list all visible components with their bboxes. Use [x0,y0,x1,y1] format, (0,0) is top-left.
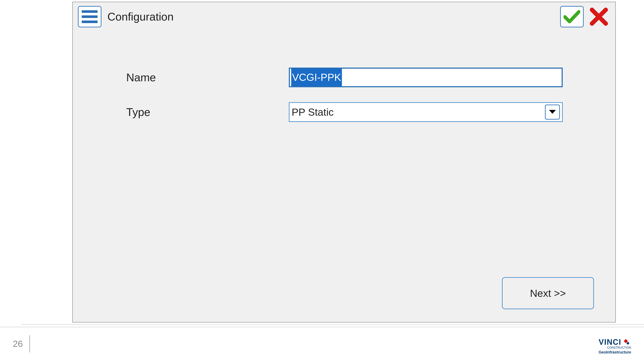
confirm-button[interactable] [560,6,584,27]
next-button-label: Next >> [530,288,566,299]
hamburger-icon [82,20,98,23]
hamburger-icon [82,10,98,13]
dialog-header: Configuration [73,2,615,31]
type-value: PP Static [292,106,334,118]
footer-divider [22,324,644,325]
svg-rect-1 [626,342,630,345]
close-icon [590,8,608,26]
logo-division: GeoInfrastructure [599,350,631,355]
checkmark-icon [564,10,580,23]
name-row: Name VCGI-PPK [126,68,598,87]
slide-footer: 26 VINCI CONSTRUCTION GeoInfrastructure [0,327,644,361]
type-row: Type PP Static [126,102,598,122]
page-number: 26 [13,335,30,353]
slide-container: Configuration Name VCGI-PPK [0,0,644,361]
next-button[interactable]: Next >> [502,277,594,309]
chevron-down-icon [548,109,556,115]
configuration-dialog: Configuration Name VCGI-PPK [72,2,616,323]
name-label: Name [126,71,289,84]
name-value-selected: VCGI-PPK [291,69,342,86]
page-title: Configuration [108,10,174,23]
name-input[interactable]: VCGI-PPK [289,68,563,87]
type-select[interactable]: PP Static [289,102,563,122]
dropdown-button[interactable] [545,105,560,120]
header-actions [560,6,610,27]
cancel-button[interactable] [587,6,610,27]
menu-button[interactable] [78,6,102,27]
footer-logo: VINCI CONSTRUCTION GeoInfrastructure [599,338,631,355]
logo-main: VINCI [599,338,631,347]
logo-icon [622,338,631,347]
type-label: Type [126,106,289,118]
hamburger-icon [82,15,98,18]
form-area: Name VCGI-PPK Type PP Static [73,31,615,122]
